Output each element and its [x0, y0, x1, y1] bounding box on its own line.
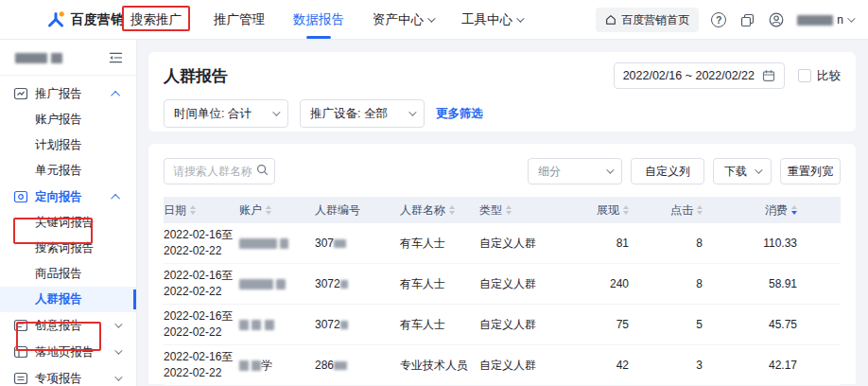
more-filters-link[interactable]: 更多筛选 [436, 106, 483, 122]
chevron-down-icon [408, 108, 416, 115]
sidebar-item-special-report[interactable]: 专项报告 [0, 365, 136, 386]
chevron-down-icon [114, 320, 122, 327]
table-row[interactable]: 2022-02-16至2022-02-22 307 有车人士 自定义人群 81 … [164, 223, 841, 264]
chevron-down-icon [606, 166, 614, 173]
row-cost: 42.17 [703, 359, 797, 372]
search-icon[interactable] [256, 164, 269, 176]
download-button[interactable]: 下载 [713, 158, 772, 184]
help-icon[interactable]: ? [711, 12, 726, 27]
table-row[interactable]: 2022-02-16至2022-02-22 学 286 专业技术人员 自定义人群… [164, 345, 841, 386]
row-account-redacted [239, 237, 315, 250]
segment-select[interactable]: 细分 [528, 158, 622, 184]
table-toolbar: 细分 自定义列 下载 重置列宽 [164, 158, 841, 184]
row-account-redacted [239, 277, 315, 290]
copy-docs-icon[interactable] [738, 11, 755, 28]
sidebar-item-search-term-report[interactable]: 搜索词报告 [0, 236, 136, 261]
chevron-down-icon [114, 373, 122, 380]
row-audience-name: 有车人士 [400, 317, 479, 333]
baidu-marketing-logo[interactable]: 百度营销 [45, 0, 124, 40]
special-report-icon [13, 371, 28, 386]
sidebar-item-targeting-report[interactable]: 定向报告 [0, 184, 136, 210]
compare-checkbox[interactable] [798, 69, 811, 82]
sidebar-item-promotion-report[interactable]: 推广报告 [0, 80, 136, 107]
sidebar-item-landing-page-report[interactable]: 落地页报告 [0, 339, 136, 365]
header-cost[interactable]: 消费 [703, 202, 797, 219]
row-date: 2022-02-16至2022-02-22 [164, 268, 239, 301]
main-content: 人群报告 2022/02/16 ~ 2022/02/22 比较 [137, 40, 868, 386]
username-suffix: n [837, 13, 843, 26]
row-date: 2022-02-16至2022-02-22 [164, 308, 239, 342]
compare-label: 比较 [817, 68, 841, 84]
customize-columns-button[interactable]: 自定义列 [631, 158, 704, 184]
sidebar-item-plan-report[interactable]: 计划报告 [0, 132, 136, 158]
row-clicks: 3 [629, 359, 703, 372]
row-account-redacted: 学 [239, 358, 315, 374]
sidebar-item-creative-report[interactable]: 创意报告 [0, 312, 136, 339]
promotion-report-icon [13, 86, 28, 101]
sidebar-item-product-report[interactable]: 商品报告 [0, 261, 136, 287]
device-select[interactable]: 推广设备: 全部 [300, 99, 425, 128]
marketing-home-button[interactable]: 百度营销首页 [596, 8, 699, 32]
row-impressions: 240 [574, 277, 629, 290]
header-type[interactable]: 类型 [479, 202, 574, 219]
reset-column-width-button[interactable]: 重置列宽 [780, 158, 841, 184]
table-row[interactable]: 2022-02-16至2022-02-22 3072 有车人士 自定义人群 24… [164, 264, 841, 305]
row-date: 2022-02-16至2022-02-22 [164, 227, 239, 260]
nav-item-tool-center[interactable]: 工具中心 [461, 0, 522, 39]
row-impressions: 81 [574, 237, 629, 250]
sort-icon [506, 205, 512, 215]
row-impressions: 75 [574, 318, 629, 331]
header-account[interactable]: 账户 [239, 202, 315, 219]
header-impressions[interactable]: 展现 [574, 202, 629, 219]
creative-report-icon [13, 318, 28, 333]
row-audience-id: 3072 [315, 277, 400, 290]
landing-page-report-icon [13, 344, 28, 360]
sidebar-item-keyword-report[interactable]: 关键词报告 [0, 210, 136, 236]
header-audience-name[interactable]: 人群名称 [400, 202, 479, 219]
row-audience-id: 307 [315, 237, 400, 250]
date-range-picker[interactable]: 2022/02/16 ~ 2022/02/22 [614, 62, 785, 89]
app-window: 百度营销 搜索推广 推广管理 数据报告 资产中心 工具中心 百度营销首页 ? [0, 0, 868, 386]
chevron-down-icon [114, 346, 122, 354]
row-date: 2022-02-16至2022-02-22 [164, 349, 239, 382]
report-table-card: 细分 自定义列 下载 重置列宽 日期 账户 人群编号 人群名称 类型 展现 [148, 144, 856, 384]
sort-icon [449, 205, 455, 215]
nav-item-search-promotion[interactable]: 搜索推广 [130, 0, 182, 39]
table-header-row: 日期 账户 人群编号 人群名称 类型 展现 点击 消费 [164, 197, 841, 223]
sidebar-item-unit-report[interactable]: 单元报告 [0, 158, 136, 184]
sort-icon-active [791, 205, 797, 215]
date-range-value: 2022/02/16 ~ 2022/02/22 [623, 69, 755, 82]
user-account-icon[interactable] [768, 11, 785, 28]
navbar-right-cluster: 百度营销首页 ? n [596, 0, 853, 40]
nav-item-asset-center[interactable]: 资产中心 [373, 0, 433, 39]
row-impressions: 42 [574, 359, 629, 372]
row-type: 自定义人群 [479, 358, 574, 374]
header-audience-id[interactable]: 人群编号 [315, 202, 400, 219]
chevron-down-icon [516, 14, 524, 22]
chevron-down-icon [755, 166, 762, 173]
row-clicks: 8 [629, 277, 703, 290]
row-type: 自定义人群 [479, 236, 574, 252]
table-row[interactable]: 2022-02-16至2022-02-22 3072 有车人士 自定义人群 75… [164, 305, 841, 345]
page-title: 人群报告 [164, 65, 228, 87]
nav-item-promotion-management[interactable]: 推广管理 [214, 0, 265, 39]
sidebar-item-audience-report[interactable]: 人群报告 [0, 287, 136, 312]
user-menu[interactable]: n [797, 13, 853, 26]
top-navbar: 百度营销 搜索推广 推广管理 数据报告 资产中心 工具中心 百度营销首页 ? [0, 0, 868, 40]
time-unit-select[interactable]: 时间单位: 合计 [164, 99, 288, 128]
calendar-icon [762, 69, 775, 82]
home-icon [605, 14, 616, 26]
report-header-card: 人群报告 2022/02/16 ~ 2022/02/22 比较 [148, 52, 856, 132]
header-date[interactable]: 日期 [164, 202, 239, 219]
chevron-down-icon [272, 108, 280, 115]
logo-text: 百度营销 [71, 11, 124, 28]
row-audience-name: 有车人士 [400, 276, 479, 292]
sidebar-item-account-report[interactable]: 账户报告 [0, 107, 136, 132]
targeting-report-icon [13, 189, 28, 204]
sidebar-account-header [0, 40, 136, 76]
sort-icon [190, 205, 196, 215]
header-clicks[interactable]: 点击 [629, 202, 703, 219]
sidebar-menu: 推广报告 账户报告 计划报告 单元报告 定向报告 关键词报告 搜索词报告 商品报… [0, 76, 136, 386]
menu-fold-icon[interactable] [109, 51, 123, 64]
nav-item-data-report[interactable]: 数据报告 [293, 0, 344, 39]
